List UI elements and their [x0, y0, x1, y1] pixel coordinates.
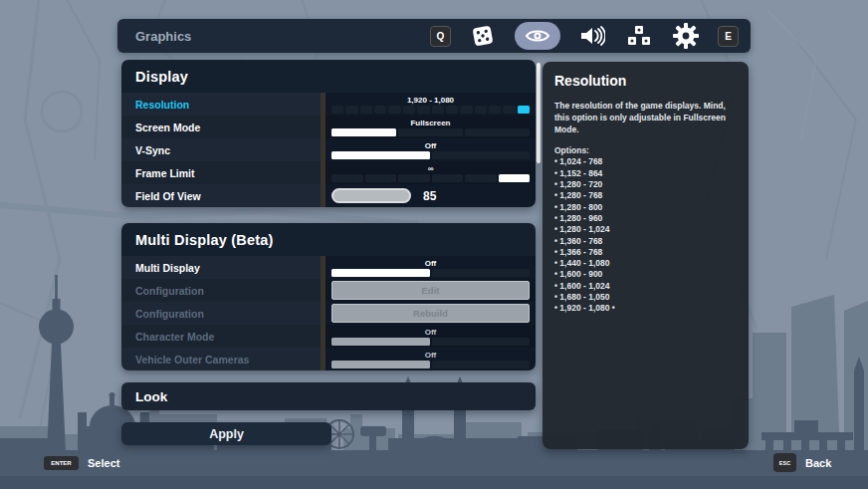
- segment[interactable]: [499, 174, 531, 182]
- segment[interactable]: [465, 128, 530, 136]
- multi-display-toggle[interactable]: Off: [326, 256, 536, 279]
- segment[interactable]: [503, 106, 515, 114]
- resolution-option: • 1,920 - 1,080 •: [554, 303, 737, 314]
- segment[interactable]: [331, 151, 430, 159]
- rebuild-button[interactable]: Rebuild: [331, 304, 530, 323]
- segment-bar[interactable]: [331, 151, 530, 159]
- segment[interactable]: [446, 106, 458, 114]
- resolution-option: • 1,152 - 864: [554, 168, 737, 179]
- resolution-options-list: • 1,024 - 768• 1,152 - 864• 1,280 - 720•…: [554, 156, 737, 314]
- segment[interactable]: [331, 106, 343, 114]
- segment[interactable]: [398, 128, 463, 136]
- setting-frame-limit[interactable]: Frame Limit ∞: [121, 161, 536, 184]
- segment[interactable]: [331, 338, 430, 346]
- back-label: Back: [805, 457, 831, 469]
- segment[interactable]: [345, 106, 357, 114]
- segment-bar[interactable]: [331, 128, 530, 136]
- segment-bar[interactable]: [331, 361, 530, 368]
- segment[interactable]: [460, 106, 472, 114]
- row-label: Configuration: [121, 279, 321, 302]
- tab-random[interactable]: [468, 21, 498, 51]
- segment[interactable]: [331, 174, 363, 182]
- settings-scrollbar[interactable]: [537, 63, 541, 163]
- setting-multi-display[interactable]: Multi Display Off: [121, 256, 536, 279]
- resolution-option: • 1,280 - 720: [554, 179, 737, 190]
- segment-bar[interactable]: [331, 106, 530, 114]
- info-panel-description: The resolution of the game displays. Min…: [554, 100, 740, 135]
- fov-value: 85: [423, 189, 436, 203]
- segment[interactable]: [365, 174, 397, 182]
- segment[interactable]: [432, 338, 531, 346]
- row-value: Off: [331, 328, 530, 338]
- gear-icon: [673, 23, 699, 49]
- esc-key-badge: ESC: [773, 453, 796, 472]
- key-badge-q[interactable]: Q: [430, 26, 451, 47]
- row-label: Resolution: [121, 93, 321, 116]
- resolution-option: • 1,680 - 1,050: [554, 292, 737, 303]
- segment[interactable]: [360, 106, 372, 114]
- segment[interactable]: [432, 269, 531, 277]
- setting-vehicle-outer-cameras: Vehicle Outer Cameras Off: [121, 348, 536, 370]
- row-label: Screen Mode: [121, 116, 321, 138]
- setting-vsync[interactable]: V-Sync Off: [121, 138, 536, 161]
- segment[interactable]: [489, 106, 501, 114]
- dice-icon: [471, 24, 495, 48]
- tab-graphics[interactable]: [515, 22, 560, 50]
- segment[interactable]: [374, 106, 386, 114]
- resolution-stepper[interactable]: 1,920 - 1,080: [326, 93, 536, 116]
- segment[interactable]: [432, 151, 531, 159]
- segment[interactable]: [331, 269, 430, 277]
- tab-audio[interactable]: [577, 21, 607, 51]
- row-value: ∞: [331, 164, 530, 174]
- speaker-icon: [579, 25, 605, 47]
- segment[interactable]: [331, 128, 396, 136]
- row-value: 1,920 - 1,080: [331, 96, 530, 106]
- tab-interface[interactable]: [624, 21, 654, 51]
- resolution-option: • 1,360 - 768: [554, 236, 737, 247]
- apply-button[interactable]: Apply: [121, 422, 331, 445]
- blocks-icon: [627, 25, 651, 47]
- screen-mode-stepper[interactable]: Fullscreen: [326, 116, 536, 138]
- select-label: Select: [88, 457, 119, 469]
- fov-slider[interactable]: [331, 188, 411, 203]
- vehicle-cameras-toggle[interactable]: Off: [326, 348, 536, 370]
- setting-screen-mode[interactable]: Screen Mode Fullscreen: [121, 116, 536, 138]
- row-control: Edit: [326, 279, 536, 302]
- vsync-toggle[interactable]: Off: [326, 138, 536, 161]
- segment[interactable]: [331, 361, 430, 368]
- setting-field-of-view[interactable]: Field Of View 85: [121, 184, 536, 207]
- resolution-option: • 1,600 - 900: [554, 269, 737, 280]
- segment[interactable]: [417, 106, 429, 114]
- select-hint: ENTER Select: [44, 456, 119, 470]
- segment[interactable]: [475, 106, 487, 114]
- resolution-option: • 1,280 - 768: [554, 190, 737, 201]
- options-label: Options:: [554, 145, 737, 156]
- setting-resolution[interactable]: Resolution 1,920 - 1,080: [121, 93, 536, 116]
- tab-settings[interactable]: [671, 21, 701, 51]
- segment[interactable]: [432, 106, 444, 114]
- segment[interactable]: [403, 106, 415, 114]
- row-label: Multi Display: [121, 256, 321, 279]
- segment-bar[interactable]: [331, 269, 530, 277]
- character-mode-toggle[interactable]: Off: [326, 325, 536, 348]
- segment[interactable]: [432, 361, 531, 368]
- segment-bar[interactable]: [331, 174, 530, 182]
- resolution-option: • 1,440 - 1,080: [554, 258, 737, 269]
- segment[interactable]: [465, 174, 497, 182]
- row-label: V-Sync: [121, 138, 321, 161]
- segment-bar[interactable]: [331, 338, 530, 346]
- edit-button[interactable]: Edit: [331, 281, 530, 300]
- display-panel: Display Resolution 1,920 - 1,080 Screen …: [121, 60, 536, 207]
- tab-icon-strip: Q: [430, 21, 751, 51]
- row-value: Off: [331, 351, 530, 361]
- key-badge-e[interactable]: E: [718, 26, 739, 47]
- segment[interactable]: [432, 174, 464, 182]
- segment[interactable]: [398, 174, 430, 182]
- frame-limit-stepper[interactable]: ∞: [326, 161, 536, 184]
- row-value: Off: [331, 141, 530, 151]
- segment[interactable]: [388, 106, 400, 114]
- multi-display-panel-title: Multi Display (Beta): [121, 223, 536, 256]
- row-label: Character Mode: [121, 325, 321, 348]
- look-section-header[interactable]: Look: [121, 382, 536, 410]
- segment[interactable]: [518, 106, 530, 114]
